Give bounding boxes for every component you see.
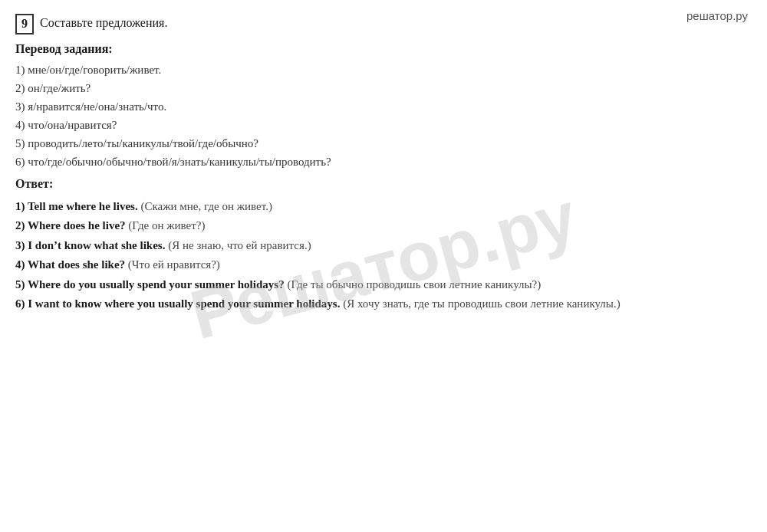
task-number: 9 bbox=[15, 14, 34, 34]
answer-bold-5: 5) Where do you usually spend your summe… bbox=[15, 278, 285, 291]
translation-item-3: 3) я/нравится/не/она/знать/что. bbox=[15, 97, 744, 116]
site-label: решатор.ру bbox=[686, 9, 748, 22]
answer-normal-5: (Где ты обычно проводишь свои летние кан… bbox=[285, 278, 542, 291]
answer-header: Ответ: bbox=[15, 177, 744, 191]
answer-list: 1) Tell me where he lives. (Скажи мне, г… bbox=[15, 197, 744, 314]
translation-item-6: 6) что/где/обычно/обычно/твой/я/знать/ка… bbox=[15, 153, 744, 171]
answer-normal-2: (Где он живет?) bbox=[126, 219, 206, 232]
translation-item-1: 1) мне/он/где/говорить/живет. bbox=[15, 61, 744, 79]
translation-item-5: 5) проводить/лето/ты/каникулы/твой/где/о… bbox=[15, 134, 744, 153]
translation-item-2: 2) он/где/жить? bbox=[15, 79, 744, 97]
answer-item-6: 6) I want to know where you usually spen… bbox=[15, 294, 744, 314]
answer-normal-3: (Я не знаю, что ей нравится.) bbox=[165, 239, 311, 251]
translation-item-4: 4) что/она/нравится? bbox=[15, 116, 744, 134]
task-header: 9 Составьте предложения. bbox=[15, 14, 744, 34]
answer-item-5: 5) Where do you usually spend your summe… bbox=[15, 275, 744, 295]
task-title: Составьте предложения. bbox=[40, 14, 167, 32]
page: Решатор.ру решатор.ру 9 Составьте предло… bbox=[0, 0, 767, 532]
answer-item-3: 3) I don’t know what she likes. (Я не зн… bbox=[15, 236, 744, 256]
answer-normal-1: (Скажи мне, где он живет.) bbox=[138, 200, 272, 212]
answer-normal-6: (Я хочу знать, где ты проводишь свои лет… bbox=[340, 297, 620, 310]
translation-header: Перевод задания: bbox=[15, 42, 744, 56]
translation-list: 1) мне/он/где/говорить/живет. 2) он/где/… bbox=[15, 61, 744, 171]
answer-item-1: 1) Tell me where he lives. (Скажи мне, г… bbox=[15, 197, 744, 217]
answer-item-2: 2) Where does he live? (Где он живет?) bbox=[15, 216, 744, 236]
answer-bold-4: 4) What does she like? bbox=[15, 258, 125, 271]
answer-normal-4: (Что ей нравится?) bbox=[125, 258, 220, 271]
answer-bold-2: 2) Where does he live? bbox=[15, 219, 126, 232]
answer-bold-3: 3) I don’t know what she likes. bbox=[15, 239, 165, 251]
answer-bold-1: 1) Tell me where he lives. bbox=[15, 200, 138, 212]
answer-bold-6: 6) I want to know where you usually spen… bbox=[15, 297, 340, 310]
answer-item-4: 4) What does she like? (Что ей нравится?… bbox=[15, 255, 744, 275]
